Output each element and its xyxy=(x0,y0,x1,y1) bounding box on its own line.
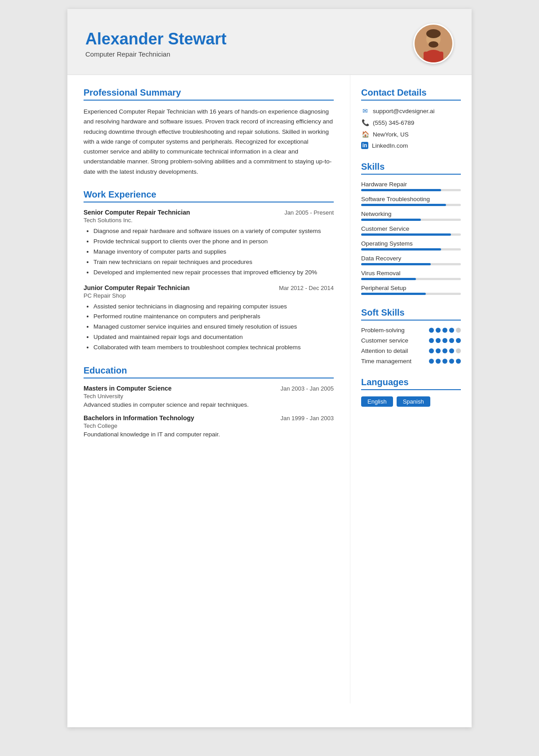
skill-bar-bg xyxy=(361,233,461,236)
dot-filled xyxy=(442,338,447,343)
summary-title: Professional Summary xyxy=(84,88,334,101)
edu-1-date: Jan 2003 - Jan 2005 xyxy=(280,385,334,392)
bullet: Collaborated with team members to troubl… xyxy=(93,343,334,353)
dot-empty xyxy=(456,328,461,333)
candidate-name: Alexander Stewart xyxy=(85,30,413,48)
header-text: Alexander Stewart Computer Repair Techni… xyxy=(85,30,413,58)
avatar xyxy=(413,23,454,64)
contact-location: 🏠 NewYork, US xyxy=(361,130,461,138)
svg-point-3 xyxy=(429,41,438,48)
skill-virus-removal: Virus Removal xyxy=(361,270,461,280)
job-1-date: Jan 2005 - Present xyxy=(284,209,334,216)
dot-filled xyxy=(449,338,454,343)
dot-empty xyxy=(456,348,461,353)
dots xyxy=(429,328,461,333)
dot-filled xyxy=(429,328,434,333)
dots xyxy=(429,348,461,353)
right-column: Contact Details ✉ support@cvdesigner.ai … xyxy=(350,75,472,703)
soft-skill-time-management: Time management xyxy=(361,358,461,365)
edu-2-header: Bachelors in Information Technology Jan … xyxy=(84,414,334,422)
skill-bar-bg xyxy=(361,293,461,295)
edu-1-header: Masters in Computer Science Jan 2003 - J… xyxy=(84,385,334,392)
job-2-header: Junior Computer Repair Technician Mar 20… xyxy=(84,284,334,291)
job-2-bullets: Assisted senior technicians in diagnosin… xyxy=(84,302,334,353)
soft-skills-title: Soft Skills xyxy=(361,308,461,321)
bullet: Developed and implemented new repair pro… xyxy=(93,268,334,278)
contact-phone: 📞 (555) 345-6789 xyxy=(361,119,461,127)
email-icon: ✉ xyxy=(361,107,369,115)
skill-bar-bg xyxy=(361,263,461,265)
job-2-date: Mar 2012 - Dec 2014 xyxy=(279,285,334,291)
job-1-company: Tech Solutions Inc. xyxy=(84,217,334,224)
bullet: Updated and maintained repair logs and d… xyxy=(93,332,334,343)
skill-bar-fill xyxy=(361,189,441,191)
skill-name: Operating Systems xyxy=(361,240,461,247)
dot-filled xyxy=(436,338,441,343)
skill-networking: Networking xyxy=(361,211,461,221)
job-1-header: Senior Computer Repair Technician Jan 20… xyxy=(84,209,334,216)
skill-name: Virus Removal xyxy=(361,270,461,277)
dot-filled xyxy=(429,359,434,364)
skill-bar-fill xyxy=(361,233,451,236)
dot-filled xyxy=(429,348,434,353)
candidate-title: Computer Repair Technician xyxy=(85,50,413,58)
skill-name: Peripheral Setup xyxy=(361,285,461,291)
contact-title: Contact Details xyxy=(361,88,461,101)
edu-2-date: Jan 1999 - Jan 2003 xyxy=(280,415,334,422)
job-1-title: Senior Computer Repair Technician xyxy=(84,209,190,216)
bullet: Provide technical support to clients ove… xyxy=(93,237,334,247)
contact-location-text: NewYork, US xyxy=(373,131,409,138)
bullet: Assisted senior technicians in diagnosin… xyxy=(93,302,334,312)
skill-software-troubleshooting: Software Troubleshooting xyxy=(361,196,461,206)
contact-linkedin: in LinkedIn.com xyxy=(361,142,461,149)
soft-skill-attention-detail: Attention to detail xyxy=(361,347,461,354)
header: Alexander Stewart Computer Repair Techni… xyxy=(67,9,472,75)
edu-1-school: Tech University xyxy=(84,393,334,400)
left-column: Professional Summary Experienced Compute… xyxy=(67,75,350,703)
skill-name: Networking xyxy=(361,211,461,217)
dot-filled xyxy=(436,359,441,364)
skill-bar-fill xyxy=(361,204,446,206)
edu-1-desc: Advanced studies in computer science and… xyxy=(84,401,334,408)
skill-bar-bg xyxy=(361,278,461,280)
skills-section: Skills Hardware Repair Software Troubles… xyxy=(361,162,461,295)
svg-rect-5 xyxy=(424,52,443,62)
dot-filled xyxy=(449,348,454,353)
edu-2: Bachelors in Information Technology Jan … xyxy=(84,414,334,438)
home-icon: 🏠 xyxy=(361,130,369,138)
dot-filled xyxy=(442,328,447,333)
bullet: Train new technicians on repair techniqu… xyxy=(93,257,334,268)
skills-title: Skills xyxy=(361,162,461,175)
edu-2-desc: Foundational knowledge in IT and compute… xyxy=(84,431,334,438)
dot-filled xyxy=(456,338,461,343)
skill-bar-fill xyxy=(361,248,441,251)
skill-bar-fill xyxy=(361,293,426,295)
summary-text: Experienced Computer Repair Technician w… xyxy=(84,107,334,177)
contact-section: Contact Details ✉ support@cvdesigner.ai … xyxy=(361,88,461,149)
soft-skill-name: Problem-solving xyxy=(361,327,405,334)
skill-bar-fill xyxy=(361,263,431,265)
language-spanish: Spanish xyxy=(397,396,430,407)
dot-filled xyxy=(436,348,441,353)
dot-filled xyxy=(442,348,447,353)
job-2-title: Junior Computer Repair Technician xyxy=(84,284,190,291)
dot-filled xyxy=(436,328,441,333)
soft-skill-name: Customer service xyxy=(361,337,408,344)
svg-point-2 xyxy=(426,29,441,38)
bullet: Performed routine maintenance on compute… xyxy=(93,312,334,322)
skill-name: Data Recovery xyxy=(361,255,461,262)
skill-bar-bg xyxy=(361,204,461,206)
job-1-bullets: Diagnose and repair hardware and softwar… xyxy=(84,226,334,278)
skill-bar-fill xyxy=(361,219,421,221)
dot-filled xyxy=(449,328,454,333)
skill-name: Customer Service xyxy=(361,225,461,232)
soft-skills-section: Soft Skills Problem-solving Customer ser… xyxy=(361,308,461,365)
language-tags: English Spanish xyxy=(361,396,461,407)
work-experience-title: Work Experience xyxy=(84,189,334,202)
edu-1: Masters in Computer Science Jan 2003 - J… xyxy=(84,385,334,408)
soft-skill-problem-solving: Problem-solving xyxy=(361,327,461,334)
bullet: Diagnose and repair hardware and softwar… xyxy=(93,226,334,237)
edu-2-degree: Bachelors in Information Technology xyxy=(84,414,194,422)
skill-bar-bg xyxy=(361,219,461,221)
education-section: Education Masters in Computer Science Ja… xyxy=(84,365,334,438)
